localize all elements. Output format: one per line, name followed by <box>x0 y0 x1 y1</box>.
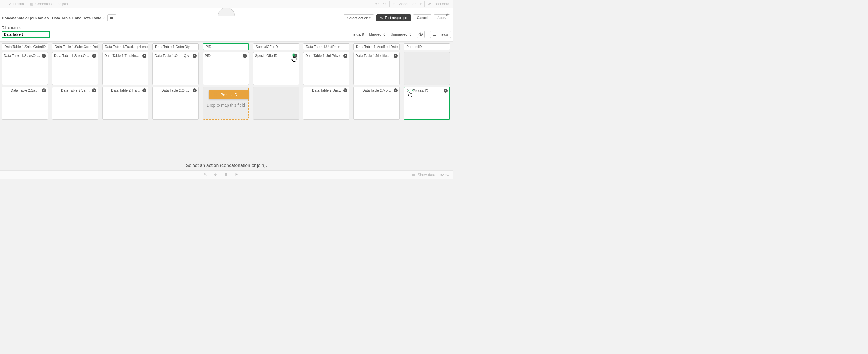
top-field-cell: SpecialOfferID✕ <box>253 52 299 85</box>
pull-tab <box>0 8 453 12</box>
field-chip[interactable]: ⋮⋮Data Table 2.SalesOr…✕ <box>2 87 48 94</box>
field-chip[interactable]: Data Table 1.OrderQty✕ <box>153 52 198 59</box>
home-icon[interactable] <box>445 13 449 18</box>
field-chip[interactable]: Data Table 1.TrackingNu…✕ <box>102 52 148 59</box>
column-header[interactable]: Data Table 1.OrderQty <box>152 43 199 50</box>
associations-icon: ⊚ <box>393 2 396 6</box>
mapping-column: Data Table 1.Modified DateData Table 1.M… <box>353 43 400 120</box>
trash-icon: 🗑 <box>224 173 228 177</box>
field-chip[interactable]: ⋮⋮Data Table 2.UnitPrice✕ <box>304 87 349 94</box>
play-circle-icon: ⟳ <box>428 2 431 6</box>
field-chip[interactable]: Data Table 1.SalesOrder…✕ <box>52 52 98 59</box>
grip-icon: ⋮⋮ <box>213 93 218 96</box>
remove-icon[interactable]: ✕ <box>394 88 398 92</box>
field-chip[interactable]: ⋮⋮ProductID✕ <box>404 87 449 94</box>
grip-icon[interactable]: ⋮⋮ <box>4 88 9 92</box>
remove-icon[interactable]: ✕ <box>293 54 297 58</box>
bottom-field-cell <box>253 87 299 120</box>
fields-button[interactable]: ☰ Fields <box>430 31 451 38</box>
add-data-label: Add data <box>9 2 24 6</box>
grip-icon[interactable]: ⋮⋮ <box>406 89 411 92</box>
column-header[interactable]: Data Table 1.UnitPrice <box>303 43 349 50</box>
field-chip[interactable]: Data Table 1.SalesOrderID✕ <box>2 52 48 59</box>
pencil-icon: ✎ <box>380 16 383 20</box>
associations-button[interactable]: ⊚ Associations ▾ <box>391 0 423 8</box>
remove-icon[interactable]: ✕ <box>343 54 347 58</box>
field-chip[interactable]: ⋮⋮Data Table 2.OrderQty✕ <box>153 87 198 94</box>
bottom-field-cell: ⋮⋮Data Table 2.SalesOr…✕ <box>2 87 48 120</box>
field-chip[interactable]: ⋮⋮Data Table 2.Modifie…✕ <box>354 87 399 94</box>
drag-chip-label: ProductID <box>221 92 237 97</box>
grip-icon[interactable]: ⋮⋮ <box>355 88 361 92</box>
list-icon: ☰ <box>433 32 436 36</box>
top-field-cell: Data Table 1.SalesOrderID✕ <box>2 52 48 85</box>
mapping-column: PIDPID✕⋮⋮ProductIDDrop to map this field <box>203 43 249 120</box>
add-data-button[interactable]: ＋ Add data <box>2 0 26 8</box>
load-data-label: Load data <box>433 2 449 6</box>
pull-tab-arc[interactable] <box>218 7 235 16</box>
mapping-column: Data Table 1.TrackingNumberData Table 1.… <box>102 43 148 120</box>
edit-mappings-button[interactable]: ✎ Edit mappings <box>376 14 411 21</box>
grip-icon[interactable]: ⋮⋮ <box>305 88 310 92</box>
column-header[interactable]: ProductID <box>404 43 450 50</box>
mapped-count: Mapped: 6 <box>369 32 385 36</box>
remove-icon[interactable]: ✕ <box>243 54 247 58</box>
redo-button[interactable]: ↷ <box>381 0 388 8</box>
remove-icon[interactable]: ✕ <box>92 88 96 92</box>
remove-icon[interactable]: ✕ <box>443 89 447 93</box>
remove-icon[interactable]: ✕ <box>193 54 197 58</box>
remove-icon[interactable]: ✕ <box>142 54 146 58</box>
column-header[interactable]: Data Table 1.SalesOrderDetailID <box>52 43 98 50</box>
show-preview-label[interactable]: Show data preview <box>417 173 449 177</box>
preview-toggle-button[interactable] <box>417 31 425 38</box>
bottom-field-cell: ⋮⋮Data Table 2.Trackin…✕ <box>102 87 148 120</box>
column-header[interactable]: Data Table 1.Modified Date <box>353 43 400 50</box>
undo-button[interactable]: ↶ <box>374 0 380 8</box>
remove-icon[interactable]: ✕ <box>193 88 197 92</box>
swap-order-button[interactable]: ⇆ <box>107 14 116 21</box>
top-field-cell <box>404 52 450 85</box>
field-chip[interactable]: Data Table 1.UnitPrice✕ <box>304 52 349 59</box>
grip-icon[interactable]: ⋮⋮ <box>104 88 110 92</box>
field-label: Data Table 1.SalesOrder… <box>54 54 90 58</box>
remove-icon[interactable]: ✕ <box>142 88 146 92</box>
column-header[interactable]: Data Table 1.TrackingNumber <box>102 43 148 50</box>
field-chip[interactable]: ⋮⋮Data Table 2.SalesOr…✕ <box>52 87 98 94</box>
remove-icon[interactable]: ✕ <box>394 54 398 58</box>
grip-icon[interactable]: ⋮⋮ <box>54 88 59 92</box>
separator <box>425 1 425 7</box>
concat-join-button[interactable]: ▥ Concatenate or join <box>28 0 70 8</box>
field-label: Data Table 1.UnitPrice <box>305 54 342 58</box>
remove-icon[interactable]: ✕ <box>42 88 46 92</box>
field-chip[interactable]: SpecialOfferID✕ <box>253 52 299 59</box>
field-label: Data Table 1.SalesOrderID <box>4 54 40 58</box>
top-field-cell: Data Table 1.UnitPrice✕ <box>303 52 349 85</box>
table-name-input[interactable] <box>2 31 50 37</box>
field-chip[interactable]: PID✕ <box>203 52 249 59</box>
column-header[interactable]: PID <box>203 43 249 50</box>
field-label: Data Table 2.Modifie… <box>362 88 392 92</box>
column-header[interactable]: Data Table 1.SalesOrderID <box>2 43 48 50</box>
refresh-icon: ⟳ <box>214 173 217 177</box>
drag-chip[interactable]: ⋮⋮ProductID <box>209 90 249 99</box>
separator <box>27 1 27 7</box>
mapping-column: SpecialOfferIDSpecialOfferID✕ <box>253 43 299 120</box>
grip-icon[interactable]: ⋮⋮ <box>154 88 160 92</box>
associations-label: Associations <box>397 2 418 6</box>
field-label: Data Table 2.SalesOr… <box>11 88 40 92</box>
top-field-cell: Data Table 1.TrackingNu…✕ <box>102 52 148 85</box>
remove-icon[interactable]: ✕ <box>343 88 347 92</box>
cancel-button[interactable]: Cancel <box>413 14 431 21</box>
field-chip[interactable]: Data Table 1.Modified Date✕ <box>354 52 399 59</box>
chevron-down-icon: ▾ <box>420 3 422 5</box>
remove-icon[interactable]: ✕ <box>92 54 96 58</box>
field-chip[interactable]: ⋮⋮Data Table 2.Trackin…✕ <box>102 87 148 94</box>
drop-zone[interactable]: ⋮⋮ProductIDDrop to map this field <box>203 87 249 120</box>
load-data-button[interactable]: ⟳ Load data <box>426 0 451 8</box>
column-header[interactable]: SpecialOfferID <box>253 43 299 50</box>
remove-icon[interactable]: ✕ <box>42 54 46 58</box>
top-field-cell: PID✕ <box>203 52 249 85</box>
table-name-label: Table name: <box>2 26 451 30</box>
bottom-bar-wrap: ✎ ⟳ 🗑 ⚑ ⋯ ▭ Show data preview <box>0 171 453 179</box>
select-action-dropdown[interactable]: Select action ▼ <box>344 14 374 21</box>
